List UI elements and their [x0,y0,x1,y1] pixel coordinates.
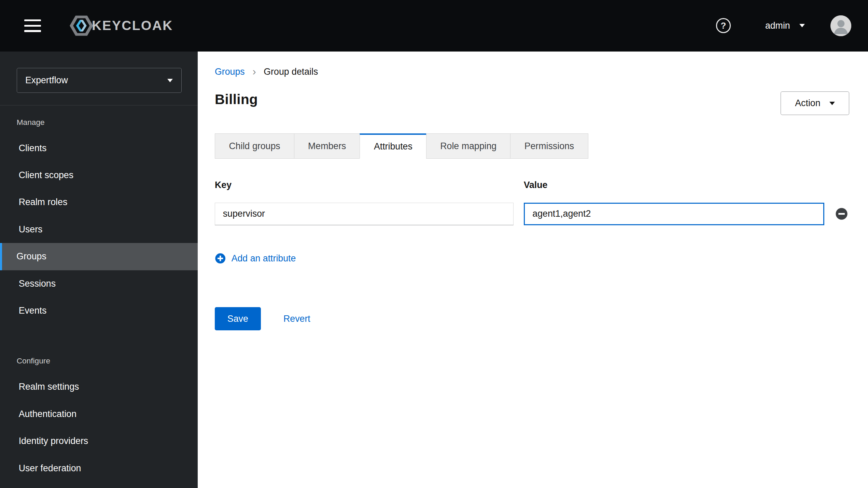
sidebar-item-clients[interactable]: Clients [0,134,198,161]
user-menu-button[interactable]: admin [765,20,805,31]
group-detail-tabs: Child groups Members Attributes Role map… [215,133,849,159]
nav-section-manage: Manage Clients Client scopes Realm roles… [0,105,198,324]
nav-section-title: Manage [0,118,198,127]
form-actions: Save Revert [215,307,849,330]
tab-permissions[interactable]: Permissions [510,133,588,159]
remove-attribute-button[interactable] [834,207,849,220]
sidebar-item-users[interactable]: Users [0,216,198,243]
help-button[interactable]: ? [716,18,731,33]
nav-toggle-button[interactable] [24,19,41,32]
nav-section-configure: Configure Realm settings Authentication … [0,344,198,482]
attributes-grid: Key Value [215,180,849,225]
chevron-down-icon [799,24,805,27]
value-column-header: Value [524,180,824,190]
tab-child-groups[interactable]: Child groups [215,133,294,159]
masthead-toolbar: ? admin [716,15,852,37]
tab-role-mapping[interactable]: Role mapping [426,133,511,159]
keycloak-admin-console: KEYCLOAK ? admin [0,0,868,488]
sidebar-item-events[interactable]: Events [0,297,198,324]
add-attribute-label: Add an attribute [232,253,296,264]
breadcrumb-separator-icon: › [252,67,256,77]
breadcrumb-current: Group details [264,67,318,77]
key-column-header: Key [215,180,514,190]
hamburger-icon [24,19,41,21]
plus-circle-icon [215,253,226,264]
masthead: KEYCLOAK ? admin [0,0,868,52]
attributes-form: Key Value [215,180,849,330]
revert-button[interactable]: Revert [283,314,310,324]
save-button[interactable]: Save [215,307,261,330]
add-attribute-button[interactable]: Add an attribute [215,253,296,264]
sidebar-item-realm-settings[interactable]: Realm settings [0,373,198,400]
nav-list-manage: Clients Client scopes Realm roles Users … [0,134,198,324]
user-name: admin [765,20,790,31]
page-header: Billing Action [215,91,849,115]
question-circle-icon: ? [716,18,731,33]
sidebar-item-client-scopes[interactable]: Client scopes [0,162,198,189]
realm-selector-section: Expertflow [0,52,198,105]
sidebar-item-groups[interactable]: Groups [0,243,198,270]
minus-circle-icon [835,207,848,220]
sidebar-item-user-federation[interactable]: User federation [0,455,198,482]
app-frame: KEYCLOAK ? admin [0,0,868,488]
sidebar-item-sessions[interactable]: Sessions [0,270,198,297]
realm-selector[interactable]: Expertflow [17,68,182,93]
tab-attributes[interactable]: Attributes [360,133,426,159]
tab-members[interactable]: Members [294,133,360,159]
main-content: Groups › Group details Billing Action Ch… [198,52,868,488]
sidebar-item-authentication[interactable]: Authentication [0,401,198,428]
action-dropdown-button[interactable]: Action [781,91,849,115]
sidebar-item-realm-roles[interactable]: Realm roles [0,189,198,216]
keycloak-logo-icon [69,13,94,39]
sidebar-item-identity-providers[interactable]: Identity providers [0,428,198,455]
attribute-key-input[interactable] [215,203,514,225]
chevron-down-icon [829,102,835,105]
nav-list-configure: Realm settings Authentication Identity p… [0,373,198,482]
page-title: Billing [215,91,258,107]
keycloak-wordmark: KEYCLOAK [92,18,173,33]
breadcrumb-groups-link[interactable]: Groups [215,67,245,77]
chevron-down-icon [167,79,173,82]
avatar-icon [830,15,852,37]
sidebar: Expertflow Manage Clients Client scopes … [0,52,198,488]
breadcrumb: Groups › Group details [215,67,849,77]
user-avatar[interactable] [830,15,852,37]
keycloak-logo: KEYCLOAK [69,13,173,39]
nav-section-title: Configure [0,356,198,365]
realm-name: Expertflow [25,75,68,86]
action-dropdown-label: Action [795,98,820,109]
attribute-value-input[interactable] [524,203,824,225]
